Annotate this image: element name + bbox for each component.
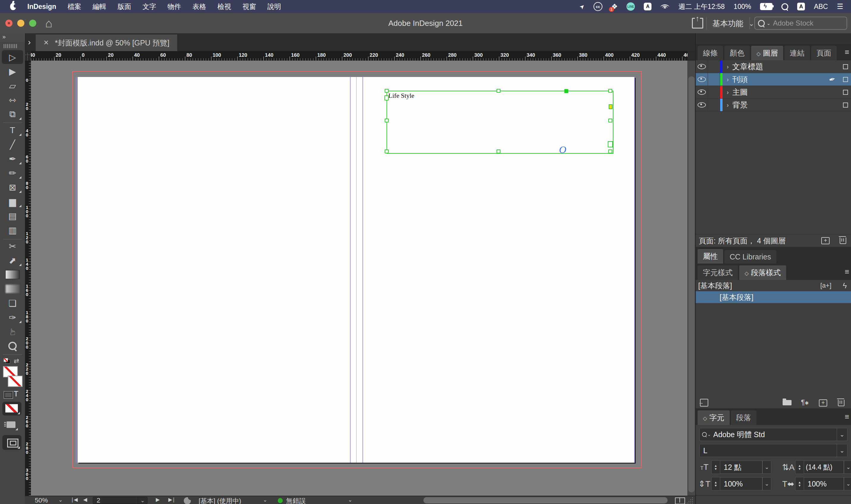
delete-layer-icon[interactable] <box>840 237 846 244</box>
adobe-app-icon[interactable]: A <box>644 3 652 11</box>
font-size-dropdown-chevron[interactable]: ⌄ <box>762 461 771 474</box>
type-tool[interactable]: T <box>2 123 23 137</box>
rectangle-tool[interactable]: ▆ <box>2 195 23 208</box>
vertical-scrollbar-thumb[interactable] <box>688 76 695 492</box>
layer-row[interactable]: ›文章標題 <box>696 60 851 73</box>
zoom-level-chevron[interactable]: ⌄ <box>58 497 63 503</box>
horizontal-scale-dropdown-chevron[interactable]: ⌄ <box>844 477 851 490</box>
view-options-button[interactable] <box>4 420 17 430</box>
first-page-button[interactable]: ❘◀ <box>70 497 77 503</box>
workspace-switcher[interactable]: 基本功能 ⌄ <box>712 18 754 29</box>
font-family-dropdown-chevron[interactable]: ⌄ <box>837 428 847 441</box>
gradient-feather-tool[interactable] <box>2 282 23 296</box>
last-page-button[interactable]: ▶❘ <box>168 497 175 503</box>
spotlight-icon[interactable] <box>781 3 788 10</box>
delete-style-icon[interactable] <box>838 400 845 406</box>
vertical-scrollbar[interactable] <box>688 60 695 496</box>
menu-item-5[interactable]: 表格 <box>192 2 206 11</box>
font-style-dropdown-chevron[interactable]: ⌄ <box>837 444 847 457</box>
wifi-icon[interactable] <box>660 3 669 10</box>
layer-lock-cell[interactable] <box>708 73 720 86</box>
frame-handle-mid-left[interactable] <box>385 119 389 122</box>
vertical-scale-dropdown-chevron[interactable]: ⌄ <box>762 477 771 490</box>
expand-chevron-icon[interactable]: › <box>727 63 729 70</box>
load-styles-icon[interactable] <box>700 399 708 407</box>
new-style-icon[interactable]: + <box>819 399 827 407</box>
menu-item-0[interactable]: 檔案 <box>68 2 81 11</box>
free-transform-tool[interactable]: ⬈ <box>2 253 23 267</box>
battery-icon[interactable]: ϟ <box>760 3 773 10</box>
direct-selection-tool[interactable]: ▶ <box>2 65 23 78</box>
frame-handle-top-left[interactable] <box>385 89 389 93</box>
menu-item-8[interactable]: 說明 <box>267 2 281 11</box>
stroke-swatch-none[interactable] <box>8 376 23 387</box>
input-source-icon[interactable]: A <box>797 3 805 11</box>
selected-text-frame[interactable]: Life Style O <box>387 91 614 154</box>
formatting-affects-container-button[interactable] <box>4 392 13 398</box>
creative-cloud-icon[interactable]: cc <box>593 2 602 11</box>
previous-page-button[interactable]: ◀ <box>83 497 87 503</box>
frame-handle-filled[interactable] <box>564 89 568 93</box>
gap-tool[interactable]: ⇿ <box>2 93 23 107</box>
document-canvas[interactable]: Life Style O <box>31 60 688 496</box>
panel-menu-icon[interactable]: ≡ <box>845 48 849 57</box>
chevron-right-icon[interactable]: › <box>28 37 31 47</box>
selection-tool[interactable]: ▷ <box>2 50 23 64</box>
split-view-icon[interactable] <box>675 498 685 504</box>
screen-mode-button[interactable] <box>2 435 21 450</box>
font-family-combo[interactable]: ⌄ Adobe 明體 Std ⌄ <box>699 428 847 441</box>
page-number-chevron[interactable]: ⌄ <box>138 497 147 504</box>
frame-handle-bottom-left[interactable] <box>385 149 389 154</box>
layer-target-square[interactable] <box>843 77 848 82</box>
frame-tool[interactable]: ⊠ <box>2 180 23 194</box>
line-app-icon[interactable]: LINE <box>626 2 635 11</box>
resize-grip[interactable] <box>686 497 693 503</box>
expand-chevron-icon[interactable]: › <box>727 102 729 108</box>
tab-character-styles[interactable]: 字元樣式 <box>697 265 738 280</box>
adobe-stock-search[interactable]: ⌄ <box>755 17 847 30</box>
tab-layers[interactable]: ◇圖層 <box>751 46 783 60</box>
share-icon[interactable] <box>692 18 703 29</box>
preflight-status-text[interactable]: 無錯誤 <box>286 497 306 504</box>
tab-stroke[interactable]: 線條 <box>697 46 723 60</box>
pencil-tool[interactable]: ✏ <box>2 166 23 180</box>
tab-pages[interactable]: 頁面 <box>811 46 837 60</box>
new-layer-icon[interactable]: + <box>821 237 830 244</box>
hand-tool[interactable]: ☞ <box>2 325 23 339</box>
paragraph-style-row-selected[interactable]: [基本段落] <box>696 291 851 303</box>
vertical-grid-tool[interactable]: ▥ <box>2 223 23 237</box>
frame-handle-bottom-right[interactable] <box>608 149 612 154</box>
layer-lock-cell[interactable] <box>708 60 720 73</box>
control-list-icon[interactable]: ☰ <box>837 3 843 10</box>
text-in-port[interactable] <box>385 95 389 101</box>
formatting-affects-text-button[interactable]: T <box>14 389 18 398</box>
apple-menu-icon[interactable] <box>10 3 16 10</box>
leading-dropdown-chevron[interactable]: ⌄ <box>844 461 851 474</box>
panel-menu-icon[interactable]: ≡ <box>845 267 849 276</box>
horizontal-ruler[interactable]: 4020020406080100120140160180200220240260… <box>31 51 688 61</box>
content-collector-tool[interactable]: ⧉ <box>2 107 23 121</box>
collapse-panel-chevrons[interactable]: » <box>0 33 25 42</box>
menu-item-3[interactable]: 文字 <box>142 2 156 11</box>
adobe-stock-input[interactable] <box>772 19 839 28</box>
layer-lock-cell[interactable] <box>708 98 720 111</box>
layer-row-selected[interactable]: ›刊頭 ✒ <box>696 73 851 86</box>
layer-visibility-eye-icon[interactable] <box>697 102 706 108</box>
style-group-folder-icon[interactable] <box>783 400 792 406</box>
menu-item-1[interactable]: 編輯 <box>92 2 106 11</box>
preflight-profile[interactable]: [基本] (使用中) <box>199 497 241 504</box>
next-page-button[interactable]: ▶ <box>156 497 159 503</box>
layer-target-square[interactable] <box>843 103 848 108</box>
menu-item-7[interactable]: 視窗 <box>242 2 256 11</box>
default-fill-stroke-icon[interactable] <box>4 358 10 363</box>
background-tasks-icon[interactable] <box>184 497 191 504</box>
swap-fill-stroke-icon[interactable]: ⇄ <box>14 357 19 365</box>
tab-properties[interactable]: 屬性 <box>697 249 723 264</box>
horizontal-scale-stepper[interactable]: ▴▾ <box>795 477 804 491</box>
margin-guide[interactable] <box>362 77 363 463</box>
horizontal-scrollbar-thumb[interactable] <box>423 497 668 503</box>
layer-visibility-eye-icon[interactable] <box>697 64 706 69</box>
layer-visibility-eye-icon[interactable] <box>697 77 706 82</box>
tab-cc-libraries[interactable]: CC Libraries <box>724 250 776 264</box>
frame-handle-top-center[interactable] <box>497 89 500 93</box>
